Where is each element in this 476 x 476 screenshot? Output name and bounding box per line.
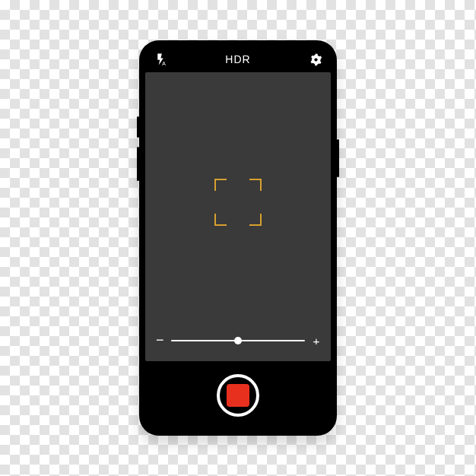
camera-top-bar: A HDR <box>145 46 331 72</box>
record-stop-icon <box>227 384 249 407</box>
phone-mockup: A HDR − + <box>139 40 337 436</box>
zoom-track[interactable] <box>171 340 305 341</box>
zoom-slider[interactable]: − + <box>156 334 320 347</box>
focus-frame <box>214 179 262 226</box>
zoom-out-icon[interactable]: − <box>156 333 163 347</box>
hdr-toggle[interactable]: HDR <box>225 53 250 65</box>
phone-body: A HDR − + <box>139 40 337 436</box>
zoom-in-icon[interactable]: + <box>313 335 320 347</box>
side-button-volume <box>137 147 139 181</box>
side-button-power <box>337 139 339 177</box>
gear-icon[interactable] <box>308 52 323 67</box>
flash-mode-letter: A <box>162 61 166 66</box>
zoom-thumb[interactable] <box>234 337 242 344</box>
side-button-upper <box>137 116 139 138</box>
record-button[interactable] <box>217 374 259 417</box>
flash-auto-icon[interactable]: A <box>153 52 168 67</box>
camera-bottom-bar <box>145 361 331 430</box>
svg-point-0 <box>314 58 317 61</box>
camera-viewfinder[interactable]: − + <box>145 72 331 361</box>
